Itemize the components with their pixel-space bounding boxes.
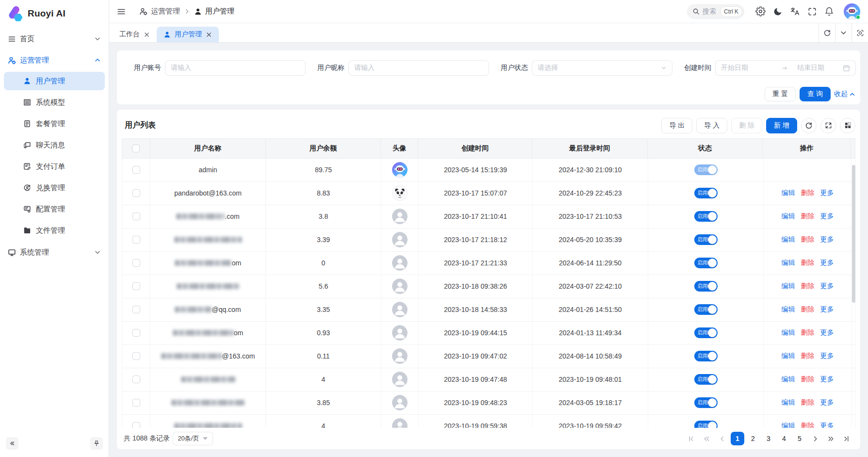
collapse-filter-button[interactable]: 收起 xyxy=(834,90,855,98)
more-link[interactable]: 更多 xyxy=(820,212,834,221)
back-5-pages-button[interactable] xyxy=(700,432,713,445)
status-toggle[interactable]: 启用 xyxy=(694,304,718,315)
status-toggle[interactable]: 启用 xyxy=(694,374,718,385)
delete-link[interactable]: 删除 xyxy=(801,259,815,267)
global-search[interactable]: 搜索 Ctrl K xyxy=(687,4,744,19)
next-page-button[interactable] xyxy=(808,432,822,445)
sidebar-item-payment-orders[interactable]: 支付订单 xyxy=(4,157,105,176)
status-toggle[interactable]: 启用 xyxy=(694,258,718,268)
row-checkbox[interactable] xyxy=(132,212,140,220)
status-toggle[interactable]: 启用 xyxy=(694,281,718,292)
status-toggle[interactable]: 启用 xyxy=(694,327,718,338)
status-toggle[interactable]: 启用 xyxy=(694,421,718,428)
first-page-button[interactable] xyxy=(684,432,698,445)
sidebar-collapse-button[interactable] xyxy=(6,437,18,450)
edit-link[interactable]: 编辑 xyxy=(782,259,795,267)
row-checkbox[interactable] xyxy=(132,189,140,197)
breadcrumb-item-users[interactable]: 用户管理 xyxy=(194,7,234,16)
row-checkbox[interactable] xyxy=(132,329,140,337)
row-checkbox[interactable] xyxy=(132,282,140,290)
more-link[interactable]: 更多 xyxy=(820,352,834,360)
status-select[interactable]: 请选择 xyxy=(532,60,672,76)
sidebar-item-chat-messages[interactable]: 聊天消息 xyxy=(4,136,105,154)
breadcrumb-item-operations[interactable]: 运营管理 xyxy=(139,7,180,16)
close-icon[interactable] xyxy=(144,32,150,37)
sidebar-item-system[interactable]: 系统管理 xyxy=(4,243,105,262)
refresh-list-button[interactable] xyxy=(801,118,817,133)
delete-link[interactable]: 删除 xyxy=(801,352,815,360)
edit-link[interactable]: 编辑 xyxy=(782,282,795,291)
row-checkbox[interactable] xyxy=(132,422,140,428)
status-toggle[interactable]: 启用 xyxy=(694,211,718,222)
app-logo[interactable]: Ruoyi AI xyxy=(0,0,109,27)
page-button-3[interactable]: 3 xyxy=(762,432,775,445)
delete-link[interactable]: 删除 xyxy=(801,375,815,384)
more-link[interactable]: 更多 xyxy=(820,398,834,407)
close-icon[interactable] xyxy=(206,32,212,37)
delete-link[interactable]: 删除 xyxy=(801,398,815,407)
sidebar-item-config-management[interactable]: 配置管理 xyxy=(4,200,105,218)
sidebar-item-user-management[interactable]: 用户管理 xyxy=(4,72,105,90)
edit-link[interactable]: 编辑 xyxy=(782,352,795,360)
page-button-4[interactable]: 4 xyxy=(777,432,791,445)
status-toggle[interactable]: 启用 xyxy=(694,234,718,245)
more-link[interactable]: 更多 xyxy=(820,375,834,384)
delete-button[interactable]: 删 除 xyxy=(731,118,762,133)
edit-link[interactable]: 编辑 xyxy=(782,305,795,314)
notifications-button[interactable] xyxy=(822,5,836,18)
created-date-range[interactable]: 开始日期 结束日期 xyxy=(715,60,856,76)
status-toggle[interactable]: 启用 xyxy=(694,164,718,175)
delete-link[interactable]: 删除 xyxy=(801,189,815,197)
edit-link[interactable]: 编辑 xyxy=(782,422,795,428)
sidebar-item-plan-management[interactable]: 套餐管理 xyxy=(4,114,105,133)
column-settings-button[interactable] xyxy=(840,118,855,133)
more-link[interactable]: 更多 xyxy=(820,328,834,337)
pin-icon[interactable] xyxy=(90,437,103,450)
row-checkbox[interactable] xyxy=(132,166,140,174)
row-checkbox[interactable] xyxy=(132,399,140,407)
edit-link[interactable]: 编辑 xyxy=(782,375,795,384)
status-toggle[interactable]: 启用 xyxy=(694,188,718,198)
status-toggle[interactable]: 启用 xyxy=(694,397,718,408)
edit-link[interactable]: 编辑 xyxy=(782,235,795,244)
forward-5-pages-button[interactable] xyxy=(824,432,837,445)
refresh-tab-button[interactable] xyxy=(819,23,835,42)
maximize-content-button[interactable] xyxy=(852,23,868,42)
delete-link[interactable]: 删除 xyxy=(801,212,815,221)
scrollbar-thumb[interactable] xyxy=(852,165,855,303)
sidebar-item-home[interactable]: 首页 xyxy=(4,29,105,49)
dark-mode-button[interactable] xyxy=(771,5,785,18)
delete-link[interactable]: 删除 xyxy=(801,328,815,337)
page-button-5[interactable]: 5 xyxy=(793,432,806,445)
more-link[interactable]: 更多 xyxy=(820,189,834,197)
delete-link[interactable]: 删除 xyxy=(801,422,815,428)
user-avatar[interactable] xyxy=(844,3,860,20)
row-checkbox[interactable] xyxy=(132,352,140,360)
page-button-2[interactable]: 2 xyxy=(746,432,760,445)
prev-page-button[interactable] xyxy=(715,432,729,445)
fullscreen-table-button[interactable] xyxy=(820,118,836,133)
tab-user-management[interactable]: 用户管理 xyxy=(157,27,219,42)
page-size-select[interactable]: 20条/页 xyxy=(173,432,213,445)
sidebar-item-redeem-management[interactable]: 兑换管理 xyxy=(4,179,105,197)
tab-workbench[interactable]: 工作台 xyxy=(113,27,157,42)
edit-link[interactable]: 编辑 xyxy=(782,328,795,337)
tab-menu-chevron-button[interactable] xyxy=(835,23,852,42)
more-link[interactable]: 更多 xyxy=(820,259,834,267)
row-checkbox[interactable] xyxy=(132,259,140,267)
fullscreen-button[interactable] xyxy=(805,5,819,18)
reset-button[interactable]: 重 置 xyxy=(765,87,796,101)
row-checkbox[interactable] xyxy=(132,236,140,244)
query-button[interactable]: 查 询 xyxy=(800,87,831,101)
select-all-checkbox[interactable] xyxy=(132,145,140,152)
last-page-button[interactable] xyxy=(839,432,853,445)
more-link[interactable]: 更多 xyxy=(820,235,834,244)
edit-link[interactable]: 编辑 xyxy=(782,189,795,197)
sidebar-item-file-management[interactable]: 文件管理 xyxy=(4,221,105,240)
status-toggle[interactable]: 启用 xyxy=(694,351,718,361)
sidebar-item-operations[interactable]: 运营管理 xyxy=(4,50,105,70)
more-link[interactable]: 更多 xyxy=(820,305,834,314)
more-link[interactable]: 更多 xyxy=(820,422,834,428)
edit-link[interactable]: 编辑 xyxy=(782,212,795,221)
delete-link[interactable]: 删除 xyxy=(801,282,815,291)
